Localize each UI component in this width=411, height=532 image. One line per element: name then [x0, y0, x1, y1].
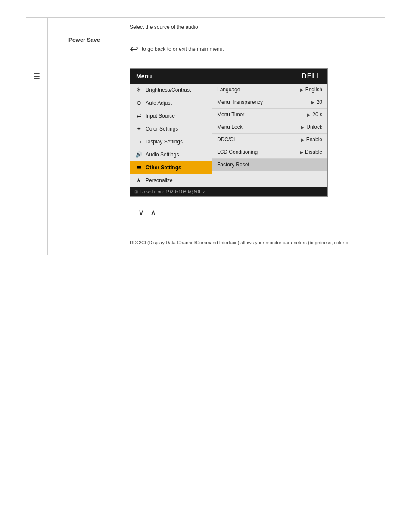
input-source-icon: ⇄ [134, 112, 143, 119]
lock-value-container: ▶ Unlock [301, 124, 322, 130]
ddc-value: Enable [306, 137, 322, 143]
factory-reset-label: Factory Reset [217, 162, 249, 168]
menu-item-auto-adjust[interactable]: ⊙ Auto Adjust [130, 96, 212, 109]
bottom-content-col: Menu DELL ☀ Brightness/Contrast ⊙ Auto A… [121, 62, 385, 255]
ddc-description: DDC/CI (Display Data Channel/Command Int… [130, 239, 376, 246]
transparency-arrow: ▶ [311, 100, 315, 105]
nav-arrows: ∨ ∧ [138, 208, 376, 217]
right-item-menu-timer[interactable]: Menu Timer ▶ 20 s [212, 109, 327, 121]
menu-timer-label: Menu Timer [217, 112, 244, 118]
lock-arrow: ▶ [301, 125, 305, 130]
bottom-label-col [48, 62, 121, 255]
nav-down-arrow[interactable]: ∨ [138, 208, 144, 217]
top-icon-col [26, 18, 48, 62]
right-item-lcd-conditioning[interactable]: LCD Conditioning ▶ Disable [212, 146, 327, 159]
display-settings-label: Display Settings [146, 139, 183, 145]
lock-value: Unlock [306, 124, 322, 130]
top-label-col: Power Save [48, 18, 121, 62]
right-item-ddc-ci[interactable]: DDC/CI ▶ Enable [212, 134, 327, 146]
menu-transparency-label: Menu Transparency [217, 99, 263, 105]
menu-title: Menu [136, 73, 152, 80]
bottom-icon-col: ≣ [26, 62, 48, 255]
lcd-value: Disable [305, 149, 322, 155]
menu-left-panel: ☀ Brightness/Contrast ⊙ Auto Adjust ⇄ In… [130, 84, 212, 187]
color-settings-icon: ✦ [134, 125, 143, 132]
right-item-language[interactable]: Language ▶ English [212, 84, 327, 96]
monitor-menu: Menu DELL ☀ Brightness/Contrast ⊙ Auto A… [130, 68, 328, 197]
back-text: to go back to or exit the main menu. [142, 46, 224, 52]
menu-item-personalize[interactable]: ★ Personalize [130, 174, 212, 187]
dash-mark: — [143, 226, 149, 233]
menu-body: ☀ Brightness/Contrast ⊙ Auto Adjust ⇄ In… [130, 84, 327, 187]
color-settings-label: Color Settings [146, 126, 178, 132]
brightness-icon: ☀ [134, 87, 143, 93]
resolution-text: Resolution: 1920x1080@60Hz [140, 189, 205, 194]
menu-right-panel: Language ▶ English Menu Transparency ▶ 2… [212, 84, 327, 187]
language-label: Language [217, 87, 240, 93]
right-item-menu-transparency[interactable]: Menu Transparency ▶ 20 [212, 96, 327, 109]
transparency-value-container: ▶ 20 [311, 99, 322, 105]
personalize-icon: ★ [134, 177, 143, 184]
menu-item-other-settings[interactable]: ≣ Other Settings [130, 161, 212, 174]
menu-item-brightness[interactable]: ☀ Brightness/Contrast [130, 84, 212, 96]
select-audio-text: Select the source of the audio [130, 24, 376, 30]
other-settings-sidebar-icon: ≣ [33, 71, 40, 81]
menu-item-input-source[interactable]: ⇄ Input Source [130, 109, 212, 122]
auto-adjust-label: Auto Adjust [146, 100, 172, 106]
display-settings-icon: ▭ [134, 138, 143, 145]
timer-value-container: ▶ 20 s [307, 112, 322, 118]
lcd-conditioning-label: LCD Conditioning [217, 149, 258, 155]
dash-area: — [143, 226, 376, 233]
right-item-menu-lock[interactable]: Menu Lock ▶ Unlock [212, 121, 327, 134]
input-source-label: Input Source [146, 113, 175, 119]
menu-item-color-settings[interactable]: ✦ Color Settings [130, 122, 212, 135]
ddc-arrow: ▶ [301, 137, 305, 142]
resolution-icon: ⊞ [134, 190, 138, 194]
audio-settings-icon: 🔊 [134, 151, 143, 158]
language-arrow: ▶ [300, 87, 304, 92]
top-content-col: Select the source of the audio ↩ to go b… [121, 18, 385, 62]
power-save-label: Power Save [68, 37, 100, 43]
language-value-container: ▶ English [300, 87, 322, 93]
auto-adjust-icon: ⊙ [134, 100, 143, 106]
lcd-arrow: ▶ [300, 150, 303, 155]
lcd-value-container: ▶ Disable [300, 149, 322, 155]
timer-value: 20 s [312, 112, 322, 118]
menu-header: Menu DELL [130, 69, 327, 84]
timer-arrow: ▶ [307, 112, 311, 117]
menu-footer: ⊞ Resolution: 1920x1080@60Hz [130, 187, 327, 196]
audio-settings-label: Audio Settings [146, 152, 179, 158]
bottom-section: ≣ Menu DELL ☀ Brightness/Contrast [26, 62, 385, 255]
page-wrapper: Power Save Select the source of the audi… [0, 0, 411, 532]
nav-up-arrow[interactable]: ∧ [150, 208, 156, 217]
personalize-label: Personalize [146, 177, 173, 184]
menu-item-display-settings[interactable]: ▭ Display Settings [130, 135, 212, 148]
menu-lock-label: Menu Lock [217, 124, 243, 130]
back-row: ↩ to go back to or exit the main menu. [130, 43, 376, 55]
transparency-value: 20 [317, 99, 322, 105]
menu-item-audio-settings[interactable]: 🔊 Audio Settings [130, 148, 212, 161]
ddc-ci-label: DDC/CI [217, 137, 235, 143]
ddc-value-container: ▶ Enable [301, 137, 322, 143]
dell-logo: DELL [302, 72, 321, 80]
other-settings-label: Other Settings [146, 165, 181, 171]
brightness-label: Brightness/Contrast [146, 87, 191, 93]
top-section: Power Save Select the source of the audi… [26, 17, 385, 62]
back-icon: ↩ [130, 43, 138, 55]
other-settings-icon: ≣ [134, 164, 143, 171]
right-item-factory-reset[interactable]: Factory Reset [212, 159, 327, 171]
language-value: English [305, 87, 322, 93]
